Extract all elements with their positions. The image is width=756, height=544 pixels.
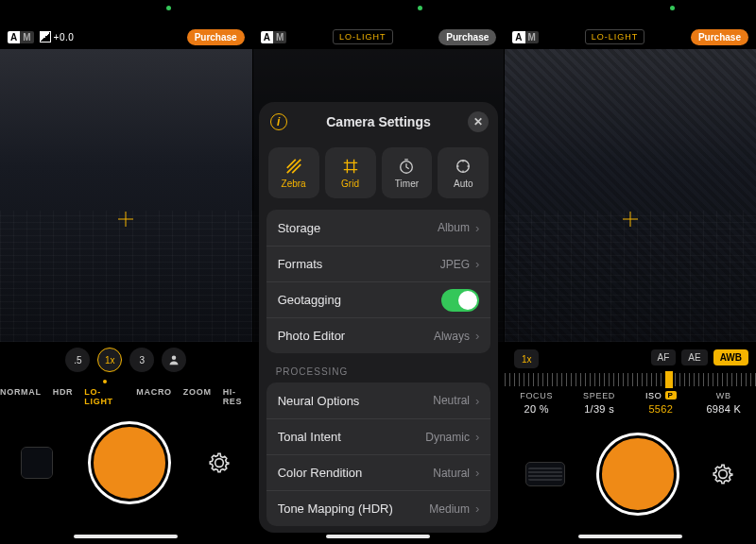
- lens-tele[interactable]: 3: [129, 348, 154, 372]
- screen-settings: AM LO-LIGHT Purchase i Camera Settings ✕…: [252, 0, 505, 544]
- lens-front[interactable]: [162, 348, 186, 372]
- gear-icon[interactable]: [207, 450, 232, 475]
- row-tone-mapping[interactable]: Tone Mapping (HDR) Medium›: [266, 490, 491, 526]
- mode-hdr[interactable]: HDR: [53, 387, 74, 406]
- viewfinder[interactable]: [0, 49, 252, 342]
- am-mode-chip[interactable]: AM: [261, 31, 287, 43]
- lens-wide[interactable]: 1x: [97, 348, 122, 372]
- shutter-button[interactable]: [91, 424, 168, 502]
- lens-selector: .5 1x 3: [0, 348, 252, 372]
- camera-active-dot: [418, 6, 422, 10]
- camera-active-dot: [670, 6, 675, 10]
- lens-ultrawide[interactable]: .5: [65, 348, 90, 372]
- adjustment-dial[interactable]: [505, 373, 756, 386]
- lolight-badge: LO-LIGHT: [333, 29, 393, 44]
- svg-point-2: [457, 160, 470, 172]
- mode-selector[interactable]: NORMAL HDR LO-LIGHT MACRO ZOOM HI-RES: [0, 387, 252, 406]
- shutter-row: [505, 427, 756, 521]
- geotagging-toggle[interactable]: [441, 289, 479, 312]
- row-storage[interactable]: Storage Album›: [266, 210, 491, 246]
- tile-timer[interactable]: Timer: [382, 147, 433, 198]
- lolight-badge: LO-LIGHT: [585, 29, 645, 44]
- close-button[interactable]: ✕: [468, 111, 489, 132]
- exposure-params: FOCUS 20 % SPEED 1/39 s ISOP 5562 WB 698…: [505, 391, 756, 415]
- grid-icon: [342, 158, 359, 175]
- top-bar: AM +0.0 Purchase: [0, 26, 252, 47]
- viewfinder[interactable]: [505, 49, 756, 342]
- zoom-chip[interactable]: 1x: [514, 349, 539, 368]
- person-icon: [168, 354, 180, 366]
- mode-hires[interactable]: HI-RES: [223, 387, 252, 406]
- processing-header: PROCESSING: [276, 366, 482, 377]
- quick-tiles: Zebra Grid Timer Auto: [259, 142, 499, 204]
- row-photo-editor[interactable]: Photo Editor Always›: [266, 317, 491, 353]
- awb-chip[interactable]: AWB: [713, 349, 748, 366]
- param-iso[interactable]: ISOP 5562: [645, 391, 677, 415]
- row-neural[interactable]: Neural Options Neutral›: [266, 382, 491, 418]
- sheet-title: Camera Settings: [326, 114, 430, 129]
- af-chip[interactable]: AF: [651, 349, 677, 366]
- mode-macro[interactable]: MACRO: [136, 387, 172, 406]
- ev-readout[interactable]: +0.0: [40, 31, 75, 42]
- chevron-right-icon: ›: [475, 221, 479, 235]
- top-bar: AM LO-LIGHT Purchase: [253, 26, 505, 47]
- param-wb[interactable]: WB 6984 K: [706, 391, 741, 415]
- last-photo-thumb[interactable]: [525, 462, 565, 486]
- param-speed[interactable]: SPEED 1/39 s: [583, 391, 615, 415]
- shutter-row: [0, 416, 252, 510]
- row-color[interactable]: Color Rendition Natural›: [266, 454, 491, 490]
- auto-icon: [455, 158, 472, 175]
- tile-auto[interactable]: Auto: [438, 147, 489, 198]
- tile-grid[interactable]: Grid: [325, 147, 376, 198]
- am-mode-chip[interactable]: AM: [512, 31, 539, 43]
- ae-chip[interactable]: AE: [681, 349, 707, 366]
- sheet-header: i Camera Settings ✕: [259, 102, 499, 142]
- purchase-button[interactable]: Purchase: [438, 29, 496, 45]
- focus-reticle: [623, 212, 638, 227]
- camera-active-dot: [166, 6, 171, 10]
- shutter-button[interactable]: [599, 435, 677, 513]
- mode-normal[interactable]: NORMAL: [0, 387, 42, 406]
- screen-capture-main: AM +0.0 Purchase .5 1x 3 NORMAL HDR LO-L…: [0, 0, 252, 544]
- purchase-button[interactable]: Purchase: [691, 29, 748, 45]
- focus-reticle: [118, 212, 133, 227]
- zebra-icon: [285, 158, 302, 175]
- screen-manual: AM LO-LIGHT Purchase 1x AF AE AWB FOCUS …: [504, 0, 756, 544]
- home-indicator[interactable]: [578, 535, 682, 538]
- purchase-button[interactable]: Purchase: [187, 29, 245, 45]
- gear-icon[interactable]: [711, 462, 735, 486]
- top-bar: AM LO-LIGHT Purchase: [505, 26, 756, 47]
- last-photo-thumb[interactable]: [21, 447, 53, 479]
- am-mode-chip[interactable]: AM: [8, 31, 34, 43]
- mode-zoom[interactable]: ZOOM: [183, 387, 212, 406]
- row-formats[interactable]: Formats JPEG›: [266, 246, 491, 281]
- settings-general: Storage Album› Formats JPEG› Geotagging …: [266, 210, 491, 353]
- row-geotagging[interactable]: Geotagging: [266, 281, 491, 317]
- timer-icon: [398, 158, 415, 175]
- row-tonal[interactable]: Tonal Intent Dynamic›: [266, 418, 491, 454]
- settings-processing: Neural Options Neutral› Tonal Intent Dyn…: [266, 382, 491, 526]
- tile-zebra[interactable]: Zebra: [268, 147, 319, 198]
- info-icon[interactable]: i: [270, 113, 287, 130]
- param-focus[interactable]: FOCUS 20 %: [520, 391, 553, 415]
- settings-sheet: i Camera Settings ✕ Zebra Grid Timer: [259, 102, 499, 533]
- lock-chips: AF AE AWB: [651, 349, 748, 366]
- exposure-icon: [40, 31, 51, 42]
- home-indicator[interactable]: [74, 535, 178, 538]
- zebra-overlay: [505, 49, 756, 342]
- mode-lolight[interactable]: LO-LIGHT: [84, 387, 125, 406]
- svg-point-0: [172, 356, 177, 361]
- home-indicator[interactable]: [326, 535, 430, 538]
- dial-marker: [665, 371, 673, 388]
